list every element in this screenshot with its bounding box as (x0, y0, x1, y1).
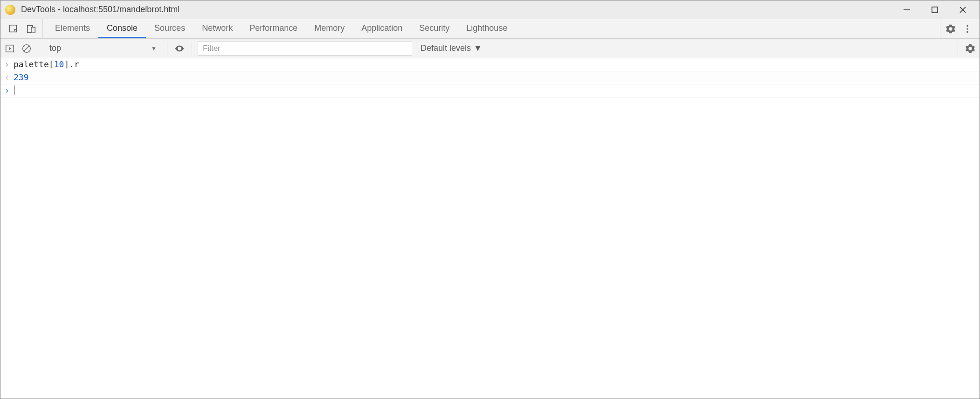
console-line: palette[10].r (14, 59, 980, 69)
tab-security[interactable]: Security (411, 19, 458, 38)
settings-button[interactable] (944, 22, 957, 35)
divider (958, 42, 958, 55)
tab-lighthouse[interactable]: Lighthouse (458, 19, 516, 38)
device-icon (26, 24, 36, 34)
context-label: top (49, 43, 61, 53)
levels-label: Default levels (421, 43, 471, 53)
svg-rect-0 (932, 7, 938, 13)
text-cursor (14, 85, 14, 95)
gear-icon (945, 24, 956, 34)
console-output[interactable]: ›palette[10].r‹239 › (0, 58, 980, 399)
devtools-tabs: Elements Console Sources Network Perform… (43, 19, 940, 38)
titlebar: DevTools - localhost:5501/mandelbrot.htm… (0, 0, 980, 19)
kebab-icon (962, 24, 973, 34)
minimize-icon (903, 6, 911, 14)
devtools-window: DevTools - localhost:5501/mandelbrot.htm… (0, 0, 980, 399)
window-maximize-button[interactable] (921, 0, 949, 19)
eye-icon (174, 43, 185, 54)
log-levels-selector[interactable]: Default levels ▼ (416, 43, 487, 53)
devtools-right-tools (940, 19, 978, 38)
divider (167, 42, 167, 55)
select-element-button[interactable] (7, 22, 20, 35)
context-selector[interactable]: top ▼ (45, 42, 161, 56)
console-toolbar: top ▼ Default levels ▼ (0, 39, 980, 58)
clear-console-button[interactable] (20, 42, 33, 55)
maximize-icon (931, 6, 939, 14)
toggle-sidebar-button[interactable] (3, 42, 16, 55)
more-button[interactable] (961, 22, 974, 35)
prompt-chevron-icon: › (0, 85, 14, 95)
input-chevron-icon: › (0, 59, 14, 69)
device-toolbar-button[interactable] (25, 22, 38, 35)
window-minimize-button[interactable] (893, 0, 921, 19)
svg-rect-1 (10, 25, 17, 32)
tab-console[interactable]: Console (98, 19, 146, 38)
console-input[interactable] (14, 85, 980, 95)
chevron-down-icon: ▼ (151, 45, 157, 52)
inspect-tools (2, 19, 43, 38)
gear-icon (965, 43, 975, 54)
console-result-row: ‹239 (0, 71, 980, 84)
tab-memory[interactable]: Memory (306, 19, 353, 38)
console-settings-button[interactable] (964, 42, 977, 55)
console-input-row: ›palette[10].r (0, 58, 980, 71)
svg-point-5 (966, 28, 968, 30)
tab-performance[interactable]: Performance (241, 19, 306, 38)
inspect-icon (8, 24, 19, 34)
chevron-down-icon: ▼ (474, 43, 482, 53)
close-icon (959, 6, 966, 14)
console-prompt-row[interactable]: › (0, 84, 980, 98)
console-line: 239 (14, 72, 980, 82)
svg-rect-3 (31, 27, 35, 33)
window-close-button[interactable] (949, 0, 977, 19)
devtools-tabs-row: Elements Console Sources Network Perform… (0, 19, 980, 39)
filter-input[interactable] (198, 42, 412, 56)
svg-point-4 (966, 25, 968, 27)
window-title: DevTools - localhost:5501/mandelbrot.htm… (21, 5, 893, 14)
tab-application[interactable]: Application (353, 19, 411, 38)
output-chevron-icon: ‹ (0, 72, 14, 82)
svg-point-6 (966, 31, 968, 33)
divider (192, 42, 192, 55)
tab-sources[interactable]: Sources (146, 19, 193, 38)
devtools-app-icon (5, 5, 15, 15)
sidebar-icon (5, 43, 15, 54)
divider (39, 42, 39, 55)
tab-elements[interactable]: Elements (47, 19, 98, 38)
clear-icon (21, 43, 32, 54)
tab-network[interactable]: Network (193, 19, 241, 38)
live-expression-button[interactable] (173, 42, 186, 55)
